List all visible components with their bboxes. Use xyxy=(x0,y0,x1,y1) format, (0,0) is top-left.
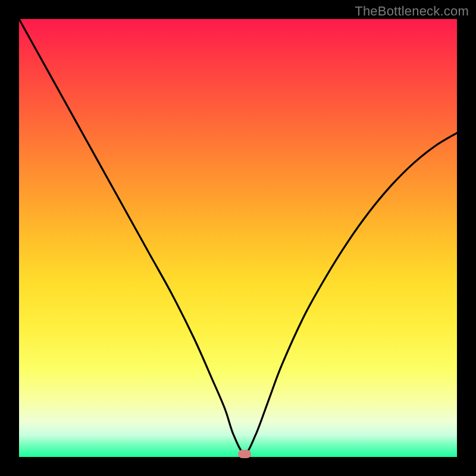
chart-plot-area xyxy=(19,19,457,457)
watermark-text: TheBottleneck.com xyxy=(355,4,469,19)
min-point-marker xyxy=(238,450,251,458)
curve-path xyxy=(19,19,457,453)
chart-frame: TheBottleneck.com xyxy=(0,0,476,476)
bottleneck-curve xyxy=(19,19,457,457)
